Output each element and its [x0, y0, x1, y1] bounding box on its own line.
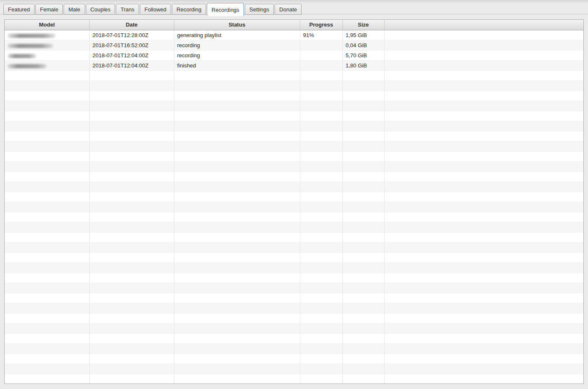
tab-male[interactable]: Male [64, 4, 85, 15]
spacer-cell [384, 263, 583, 273]
date-cell [89, 161, 174, 172]
model-cell [5, 333, 89, 343]
progress-cell [300, 131, 342, 141]
tab-label: Settings [249, 6, 269, 13]
table-row[interactable]: 2018-07-01T16:52:00Zrecording0,04 GiB [5, 40, 583, 50]
column-header-progress[interactable]: Progress [300, 20, 342, 30]
tab-label: Male [68, 6, 80, 13]
progress-cell [300, 91, 342, 101]
size-cell [342, 252, 384, 263]
model-cell [5, 364, 89, 374]
date-cell [89, 222, 174, 232]
size-cell [342, 161, 384, 172]
size-cell [342, 323, 384, 333]
progress-cell [300, 242, 342, 252]
spacer-cell [384, 50, 583, 60]
model-cell [5, 273, 89, 283]
status-cell [174, 343, 300, 354]
column-header-empty[interactable] [384, 20, 583, 30]
status-cell: recording [174, 50, 300, 60]
size-cell [342, 364, 384, 374]
column-header-model[interactable]: Model [5, 20, 89, 30]
tab-trans[interactable]: Trans [116, 4, 139, 15]
status-cell [174, 161, 300, 172]
model-cell [5, 343, 89, 354]
size-cell [342, 111, 384, 121]
tab-female[interactable]: Female [35, 4, 63, 15]
model-cell [5, 374, 89, 384]
progress-cell [300, 273, 342, 283]
date-cell [89, 313, 174, 323]
column-header-status[interactable]: Status [174, 20, 300, 30]
model-cell [5, 80, 89, 91]
date-cell [89, 343, 174, 354]
column-header-date[interactable]: Date [89, 20, 174, 30]
spacer-cell [384, 343, 583, 354]
tab-label: Donate [279, 6, 297, 13]
date-cell [89, 182, 174, 192]
tab-recording[interactable]: Recording [172, 4, 206, 15]
progress-cell [300, 202, 342, 212]
progress-cell [300, 101, 342, 111]
tab-bar: FeaturedFemaleMaleCouplesTransFollowedRe… [3, 0, 588, 15]
model-cell [5, 263, 89, 273]
spacer-cell [384, 172, 583, 182]
date-cell [89, 131, 174, 141]
status-cell [174, 323, 300, 333]
progress-cell [300, 313, 342, 323]
model-cell [5, 40, 89, 50]
model-cell [5, 50, 89, 60]
tab-couples[interactable]: Couples [86, 4, 115, 15]
table-row-empty [5, 343, 583, 354]
status-cell [174, 263, 300, 273]
spacer-cell [384, 202, 583, 212]
size-cell [342, 131, 384, 141]
status-cell [174, 364, 300, 374]
tab-settings[interactable]: Settings [245, 4, 274, 15]
table-row-empty [5, 131, 583, 141]
progress-cell [300, 212, 342, 222]
status-cell [174, 283, 300, 293]
table-row[interactable]: 2018-07-01T12:04:00Zrecording5,70 GiB [5, 50, 583, 60]
tab-featured[interactable]: Featured [3, 4, 35, 15]
date-cell: 2018-07-01T12:04:00Z [89, 60, 174, 70]
status-cell [174, 232, 300, 242]
date-cell [89, 151, 174, 161]
spacer-cell [384, 101, 583, 111]
status-cell [174, 333, 300, 343]
size-cell [342, 283, 384, 293]
table-row-empty [5, 323, 583, 333]
model-cell [5, 293, 89, 303]
status-cell [174, 273, 300, 283]
status-cell [174, 192, 300, 202]
tab-followed[interactable]: Followed [140, 4, 171, 15]
size-cell [342, 222, 384, 232]
tab-label: Recording [176, 6, 201, 13]
spacer-cell [384, 151, 583, 161]
table-row[interactable]: 2018-07-01T12:04:00Zfinished1,80 GiB [5, 60, 583, 70]
column-header-size[interactable]: Size [342, 20, 384, 30]
model-cell [5, 91, 89, 101]
table-row-empty [5, 212, 583, 222]
date-cell [89, 273, 174, 283]
status-cell [174, 80, 300, 91]
redacted-model-name [8, 64, 47, 68]
tab-donate[interactable]: Donate [275, 4, 302, 15]
status-cell [174, 242, 300, 252]
status-cell [174, 141, 300, 151]
status-cell [174, 101, 300, 111]
progress-cell [300, 40, 342, 50]
tab-label: Trans [120, 6, 134, 13]
size-cell: 1,80 GiB [342, 60, 384, 70]
size-cell: 5,70 GiB [342, 50, 384, 60]
tab-recordings[interactable]: Recordings [207, 3, 244, 16]
table-row[interactable]: 2018-07-01T12:28:00Zgenerating playlist9… [5, 30, 583, 40]
size-cell [342, 354, 384, 364]
spacer-cell [384, 30, 583, 40]
status-cell [174, 131, 300, 141]
model-cell [5, 182, 89, 192]
date-cell [89, 263, 174, 273]
size-cell [342, 141, 384, 151]
size-cell [342, 263, 384, 273]
size-cell [342, 192, 384, 202]
